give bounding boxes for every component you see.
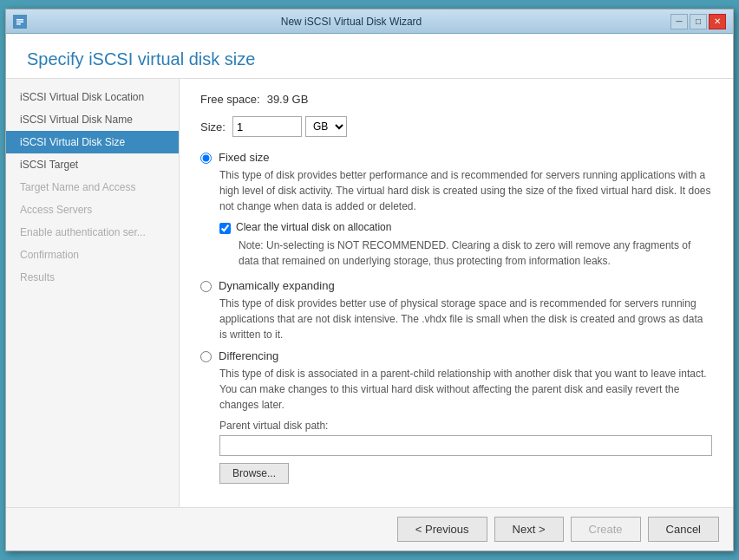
title-bar: New iSCSI Virtual Disk Wizard ─ □ ✕ bbox=[6, 10, 733, 34]
size-label: Size: bbox=[200, 120, 226, 133]
window-controls: ─ □ ✕ bbox=[670, 14, 726, 29]
size-unit-select[interactable]: MB GB TB bbox=[305, 116, 347, 137]
clear-disk-label[interactable]: Clear the virtual disk on allocation bbox=[236, 221, 391, 233]
sidebar: iSCSI Virtual Disk Location iSCSI Virtua… bbox=[6, 79, 180, 507]
svg-rect-1 bbox=[16, 19, 23, 21]
sidebar-item-size[interactable]: iSCSI Virtual Disk Size bbox=[6, 131, 179, 153]
minimize-button[interactable]: ─ bbox=[670, 14, 688, 29]
sidebar-item-name[interactable]: iSCSI Virtual Disk Name bbox=[6, 108, 179, 131]
free-space-value: 39.9 GB bbox=[267, 93, 309, 106]
close-button[interactable]: ✕ bbox=[709, 14, 726, 29]
differencing-description: This type of disk is associated in a par… bbox=[219, 366, 712, 413]
content-area: Specify iSCSI virtual disk size iSCSI Vi… bbox=[6, 34, 733, 550]
differencing-option[interactable]: Differencing bbox=[200, 349, 712, 362]
clear-disk-checkbox[interactable] bbox=[219, 223, 231, 234]
maximize-button[interactable]: □ bbox=[690, 14, 707, 29]
sidebar-item-location[interactable]: iSCSI Virtual Disk Location bbox=[6, 86, 179, 108]
browse-button[interactable]: Browse... bbox=[219, 463, 289, 484]
size-row: Size: MB GB TB bbox=[200, 116, 712, 137]
next-button[interactable]: Next > bbox=[494, 517, 564, 542]
dynamic-description: This type of disk provides better use of… bbox=[219, 296, 712, 342]
dynamic-radio[interactable] bbox=[200, 281, 212, 292]
parent-disk-input[interactable] bbox=[219, 435, 712, 456]
page-title: Specify iSCSI virtual disk size bbox=[27, 49, 712, 69]
sidebar-item-results: Results bbox=[6, 266, 179, 289]
footer: < Previous Next > Create Cancel bbox=[6, 507, 733, 550]
content-wrapper: iSCSI Virtual Disk Location iSCSI Virtua… bbox=[6, 79, 733, 507]
free-space-row: Free space: 39.9 GB bbox=[200, 93, 712, 106]
create-button[interactable]: Create bbox=[571, 517, 641, 542]
size-unit-wrapper: MB GB TB bbox=[305, 116, 347, 137]
parent-disk-label: Parent virtual disk path: bbox=[219, 420, 712, 432]
clear-disk-note: Note: Un-selecting is NOT RECOMMENDED. C… bbox=[239, 238, 712, 269]
window-title: New iSCSI Virtual Disk Wizard bbox=[32, 16, 670, 28]
fixed-size-radio[interactable] bbox=[200, 153, 212, 164]
sidebar-item-access-servers: Access Servers bbox=[6, 199, 179, 221]
fixed-size-description: This type of disk provides better perfor… bbox=[219, 167, 712, 214]
sidebar-item-confirmation: Confirmation bbox=[6, 244, 179, 266]
differencing-radio[interactable] bbox=[200, 351, 212, 362]
sidebar-item-enable-auth: Enable authentication ser... bbox=[6, 221, 179, 244]
free-space-label: Free space: bbox=[200, 93, 260, 106]
cancel-button[interactable]: Cancel bbox=[648, 517, 719, 542]
fixed-size-label[interactable]: Fixed size bbox=[219, 151, 270, 164]
svg-rect-2 bbox=[16, 21, 23, 23]
dynamic-label[interactable]: Dynamically expanding bbox=[219, 279, 335, 292]
content-panel: Free space: 39.9 GB Size: MB GB TB bbox=[180, 79, 733, 507]
previous-button[interactable]: < Previous bbox=[397, 517, 487, 542]
disk-type-group: Fixed size This type of disk provides be… bbox=[200, 151, 712, 484]
window-icon bbox=[13, 15, 27, 29]
page-header: Specify iSCSI virtual disk size bbox=[6, 34, 733, 79]
svg-rect-3 bbox=[16, 23, 21, 25]
differencing-label[interactable]: Differencing bbox=[219, 349, 278, 362]
sidebar-item-target[interactable]: iSCSI Target bbox=[6, 153, 179, 176]
sidebar-item-target-name: Target Name and Access bbox=[6, 176, 179, 199]
dynamic-option[interactable]: Dynamically expanding bbox=[200, 279, 712, 292]
size-input[interactable] bbox=[232, 116, 302, 137]
fixed-size-option[interactable]: Fixed size bbox=[200, 151, 712, 164]
wizard-window: New iSCSI Virtual Disk Wizard ─ □ ✕ Spec… bbox=[5, 9, 734, 551]
clear-disk-row: Clear the virtual disk on allocation bbox=[219, 221, 712, 234]
